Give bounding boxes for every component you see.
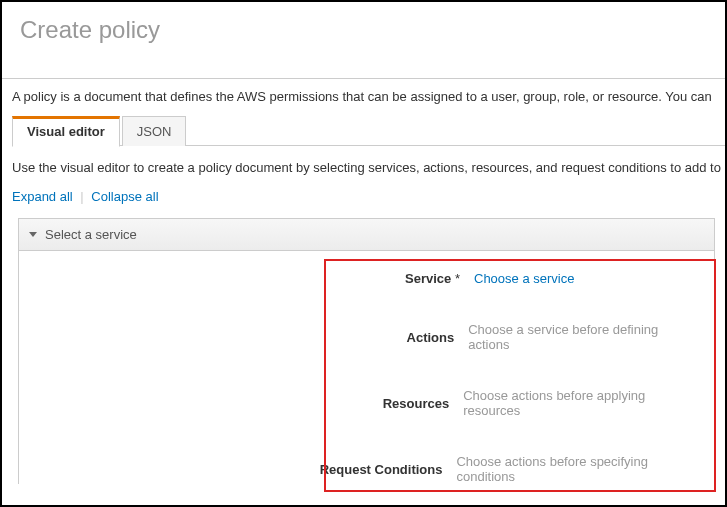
separator: | (80, 189, 83, 204)
accordion-body: Service * Choose a service Actions Choos… (18, 251, 715, 484)
visual-editor-description: Use the visual editor to create a policy… (2, 146, 725, 189)
policy-description: A policy is a document that defines the … (2, 79, 725, 116)
expand-all-link[interactable]: Expand all (12, 189, 73, 204)
accordion-select-service[interactable]: Select a service (18, 218, 715, 251)
collapse-all-link[interactable]: Collapse all (91, 189, 158, 204)
accordion-title: Select a service (45, 227, 137, 242)
highlight-box (324, 259, 716, 492)
chevron-down-icon (29, 232, 37, 237)
page-title: Create policy (2, 2, 725, 50)
tabs-bar: Visual editor JSON (2, 116, 725, 146)
tab-json[interactable]: JSON (122, 116, 187, 146)
tab-visual-editor[interactable]: Visual editor (12, 116, 120, 147)
expand-collapse-controls: Expand all | Collapse all (2, 189, 725, 218)
